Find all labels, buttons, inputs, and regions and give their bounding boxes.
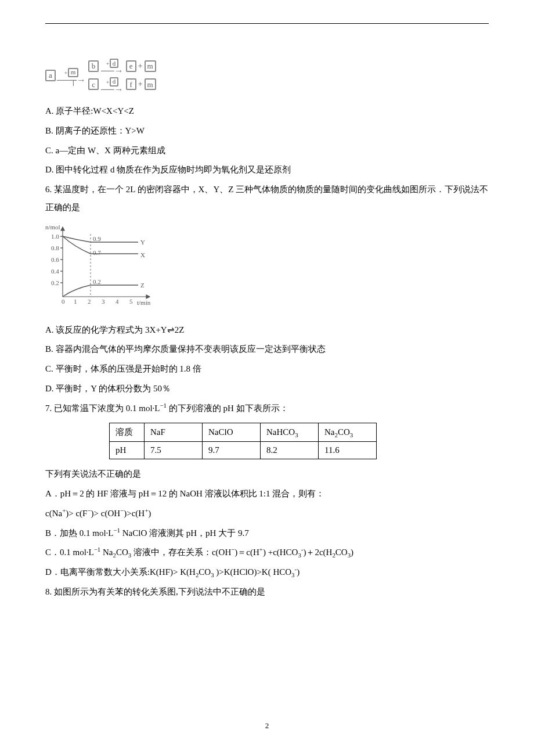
box-m2: m	[145, 78, 156, 90]
page-number: 2	[0, 721, 534, 730]
svg-marker-1	[146, 295, 150, 298]
svg-text:0.8: 0.8	[51, 244, 59, 251]
q6-option-b: B. 容器内混合气体的平均摩尔质量保持不变表明该反应一定达到平衡状态	[45, 340, 489, 358]
arrow-b-e: +d ──→	[101, 59, 124, 74]
th-naf: NaF	[145, 423, 203, 442]
q5-option-c: C. a—定由 W、X 两种元素组成	[45, 142, 489, 160]
arrow-c-f: +d ──→	[101, 77, 124, 92]
svg-text:2: 2	[88, 298, 91, 305]
svg-text:0.4: 0.4	[51, 268, 59, 275]
table-row: 溶质 NaF NaClO NaHCO3 Na2CO3	[110, 423, 377, 442]
th-nahco3: NaHCO3	[261, 423, 319, 442]
box-c: c	[88, 78, 99, 90]
th-na2co3: Na2CO3	[319, 423, 377, 442]
table-row: pH 7.5 9.7 8.2 11.6	[110, 442, 377, 459]
td-ph-naclo: 9.7	[203, 442, 261, 459]
svg-text:0.6: 0.6	[51, 256, 59, 263]
svg-text:1.0: 1.0	[51, 233, 59, 240]
svg-text:0.9: 0.9	[93, 235, 101, 242]
q5-option-b: B. 阴离子的还原性：Y>W	[45, 122, 489, 140]
svg-text:5: 5	[129, 298, 133, 305]
q8-stem: 8. 如图所示为有关苯的转化关系图,下列说法中不正确的是	[45, 583, 489, 601]
svg-text:0.2: 0.2	[51, 279, 59, 286]
q7-option-b: B．加热 0.1 mol·L−1 NaClO 溶液测其 pH，pH 大于 9.7	[45, 524, 489, 542]
svg-text:4: 4	[116, 298, 119, 305]
svg-text:n/mol: n/mol	[45, 224, 60, 231]
svg-text:1: 1	[74, 298, 77, 305]
q5-option-d: D. 图中转化过程 d 物质在作为反应物时均即为氧化剂又是还原剂	[45, 161, 489, 179]
page-top-rule	[45, 23, 489, 24]
svg-text:0.7: 0.7	[93, 249, 101, 256]
plus-sign-2: +	[138, 80, 143, 89]
q7-option-c: C．0.1 mol·L−1 Na2CO3 溶液中，存在关系：c(OH−)＝c(H…	[45, 543, 489, 561]
td-ph-nahco3: 8.2	[261, 442, 319, 459]
q6-option-d: D. 平衡时，Y 的体积分数为 50％	[45, 380, 489, 398]
svg-text:Y: Y	[140, 239, 145, 246]
q7-table: 溶质 NaF NaClO NaHCO3 Na2CO3 pH 7.5 9.7 8.…	[109, 423, 377, 459]
box-b: b	[88, 60, 99, 72]
q7-stem: 7. 已知常温下浓度为 0.1 mol·L−1 的下列溶液的 pH 如下表所示：	[45, 399, 489, 417]
svg-text:t/min: t/min	[137, 299, 151, 306]
q7-option-a-line2: c(Na+)> c(F−)> c(OH−)>c(H+)	[45, 505, 489, 523]
q7-below: 下列有关说法不正确的是	[45, 465, 489, 483]
td-ph-naf: 7.5	[145, 442, 203, 459]
q6-option-c: C. 平衡时，体系的压强是开始时的 1.8 倍	[45, 360, 489, 378]
td-ph-na2co3: 11.6	[319, 442, 377, 459]
svg-marker-3	[61, 227, 64, 231]
plus-sign: +	[138, 62, 143, 71]
box-e: e	[126, 60, 136, 72]
svg-text:X: X	[140, 251, 145, 258]
arrow-a-branch: +m ──┬→	[57, 68, 86, 83]
box-f: f	[126, 78, 136, 90]
svg-text:3: 3	[102, 298, 105, 305]
box-m1: m	[145, 60, 156, 72]
box-a: a	[45, 70, 56, 81]
q7-option-a: A．pH＝2 的 HF 溶液与 pH＝12 的 NaOH 溶液以体积比 1:1 …	[45, 485, 489, 503]
td-ph-label: pH	[110, 442, 145, 459]
th-solute-label: 溶质	[110, 423, 145, 442]
q5-diagram: a +m ──┬→ b +d ──→ e + m c	[45, 59, 489, 92]
q6-option-a: A. 该反应的化学方程式为 3X+Y⇌2Z	[45, 321, 489, 339]
q6-chart: n/mol 1.0 0.8 0.6 0.4 0.2 0 1 2 3 4 5 t/…	[45, 221, 489, 314]
q5-option-a: A. 原子半径:W<X<Y<Z	[45, 102, 489, 120]
q7-option-d: D．电离平衡常数大小关系:K(HF)> K(H2CO3 )>K(HClO)>K(…	[45, 563, 489, 581]
th-naclo: NaClO	[203, 423, 261, 442]
svg-text:0: 0	[62, 298, 65, 305]
svg-text:0.2: 0.2	[93, 278, 101, 285]
svg-text:Z: Z	[140, 282, 145, 289]
q6-stem: 6. 某温度时，在一个 2L 的密闭容器中，X、Y、Z 三种气体物质的物质的量随…	[45, 181, 489, 217]
